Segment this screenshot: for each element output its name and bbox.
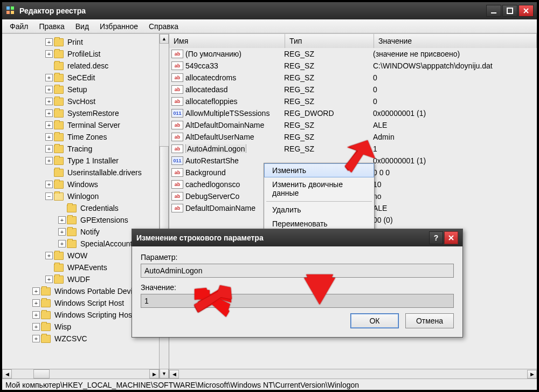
expander-icon[interactable]: +	[45, 38, 53, 46]
scroll-right-button[interactable]: ▶	[527, 370, 537, 379]
folder-icon	[54, 157, 64, 165]
tree-item[interactable]: related.desc	[2, 60, 169, 72]
dialog-close-button[interactable]	[444, 231, 458, 244]
cell-value: 0x00000001 (1)	[373, 156, 537, 165]
expander-icon[interactable]: +	[32, 311, 40, 319]
expander-icon[interactable]: +	[32, 287, 40, 295]
minimize-button[interactable]	[486, 5, 501, 17]
tree-item[interactable]: +Tracing	[2, 143, 169, 155]
tree-horizontal-scrollbar[interactable]: ◀ ▶	[2, 369, 159, 379]
cell-type: REG_SZ	[284, 97, 373, 106]
scroll-thumb[interactable]	[33, 369, 50, 379]
expander-icon[interactable]: +	[32, 335, 40, 342]
expander-icon[interactable]: +	[58, 228, 66, 236]
context-delete[interactable]: Удалить	[264, 203, 374, 217]
status-bar: Мой компьютер\HKEY_LOCAL_MACHINE\SOFTWAR…	[2, 379, 537, 391]
menu-help[interactable]: Справка	[143, 20, 184, 33]
tree-label: Wisp	[53, 322, 73, 332]
expander-icon[interactable]: +	[45, 252, 53, 259]
expander-icon[interactable]: +	[32, 299, 40, 307]
column-name[interactable]: Имя	[169, 34, 285, 48]
menu-file[interactable]: Файл	[4, 20, 33, 33]
cell-value: 1	[373, 145, 537, 153]
list-row[interactable]: abAltDefaultDomainNameREG_SZALE	[169, 119, 537, 131]
expander-icon[interactable]: +	[45, 145, 53, 153]
tree-item[interactable]: −Winlogon	[2, 190, 169, 202]
maximize-button[interactable]	[502, 5, 517, 17]
svg-rect-4	[491, 12, 496, 13]
cell-value: 0	[373, 97, 537, 106]
value-input[interactable]	[141, 294, 454, 308]
cell-value: 00 (0)	[373, 216, 537, 224]
string-value-icon: ab	[171, 192, 183, 201]
expander-icon[interactable]: +	[45, 50, 53, 58]
tree-item[interactable]: +Type 1 Installer	[2, 155, 169, 167]
value-label: Значение:	[141, 283, 454, 292]
context-modify-binary[interactable]: Изменить двоичные данные	[264, 177, 374, 200]
expander-icon[interactable]: +	[58, 216, 66, 224]
tree-item[interactable]: +Time Zones	[2, 131, 169, 143]
scroll-left-button[interactable]: ◀	[2, 369, 12, 379]
list-row[interactable]: 011AllowMultipleTSSessionsREG_DWORD0x000…	[169, 107, 537, 119]
tree-label: Winlogon	[66, 191, 100, 201]
scroll-right-button[interactable]: ▶	[149, 369, 159, 379]
list-row[interactable]: aballocatefloppiesREG_SZ0	[169, 95, 537, 107]
dialog-help-button[interactable]: ?	[429, 231, 443, 244]
expander-icon[interactable]: +	[58, 240, 66, 247]
tree-item[interactable]: +SeCEdit	[2, 72, 169, 84]
tree-item[interactable]: +ProfileList	[2, 48, 169, 60]
scroll-down-button[interactable]: ▼	[160, 369, 169, 379]
close-button[interactable]	[519, 5, 534, 17]
expander-icon[interactable]: +	[45, 157, 53, 164]
scroll-up-button[interactable]: ▲	[160, 34, 169, 44]
expander-icon	[58, 204, 66, 212]
column-type[interactable]: Тип	[285, 34, 374, 48]
menu-view[interactable]: Вид	[70, 20, 94, 33]
scroll-left-button[interactable]: ◀	[169, 370, 179, 379]
tree-item[interactable]: +Windows	[2, 178, 169, 190]
window-title: Редактор реестра	[19, 6, 486, 15]
tree-item[interactable]: +GPExtensions	[2, 214, 169, 226]
dialog-titlebar: Изменение строкового параметра ?	[132, 229, 462, 246]
tree-item[interactable]: Userinstallable.drivers	[2, 167, 169, 178]
expander-icon[interactable]: +	[45, 109, 53, 117]
tree-label: Terminal Server	[66, 120, 122, 130]
folder-icon	[41, 323, 51, 331]
cell-name: AltDefaultUserName	[185, 133, 284, 141]
expander-icon[interactable]: +	[45, 276, 53, 283]
folder-icon	[67, 204, 77, 212]
annotation-arrow-icon	[194, 285, 232, 317]
expander-icon[interactable]: +	[45, 98, 53, 105]
svg-rect-1	[11, 6, 14, 10]
cell-type: REG_DWORD	[284, 109, 373, 118]
column-value[interactable]: Значение	[374, 34, 537, 48]
tree-item[interactable]: +Terminal Server	[2, 119, 169, 131]
status-path: Мой компьютер\HKEY_LOCAL_MACHINE\SOFTWAR…	[5, 381, 359, 389]
expander-icon[interactable]: +	[45, 181, 53, 188]
annotation-arrow-icon	[304, 274, 335, 307]
cell-name: 549cca33	[185, 61, 284, 70]
expander-icon[interactable]: −	[45, 192, 53, 200]
ok-button[interactable]: ОК	[350, 313, 399, 328]
list-row[interactable]: ab549cca33REG_SZC:\WINDOWS\apppatch\doyn…	[169, 60, 537, 72]
expander-icon[interactable]: +	[45, 121, 53, 129]
list-row[interactable]: aballocatecdromsREG_SZ0	[169, 72, 537, 84]
list-horizontal-scrollbar[interactable]: ◀ ▶	[169, 369, 537, 379]
expander-icon[interactable]: +	[45, 74, 53, 81]
list-row[interactable]: aballocatedasdREG_SZ0	[169, 84, 537, 95]
context-separator	[266, 201, 372, 202]
tree-item[interactable]: +Print	[2, 36, 169, 48]
list-row[interactable]: ab(По умолчанию)REG_SZ(значение не присв…	[169, 48, 537, 60]
tree-item[interactable]: +Setup	[2, 84, 169, 95]
tree-item[interactable]: +SystemRestore	[2, 107, 169, 119]
tree-label: Windows Scripting Host	[53, 310, 136, 320]
menu-favorites[interactable]: Избранное	[94, 20, 143, 33]
menu-edit[interactable]: Правка	[33, 20, 70, 33]
cancel-button[interactable]: Отмена	[405, 313, 454, 328]
expander-icon[interactable]: +	[45, 86, 53, 93]
expander-icon[interactable]: +	[45, 133, 53, 141]
expander-icon[interactable]: +	[32, 323, 40, 331]
tree-item[interactable]: Credentials	[2, 202, 169, 214]
tree-item[interactable]: +SvcHost	[2, 95, 169, 107]
string-value-icon: ab	[171, 61, 183, 70]
